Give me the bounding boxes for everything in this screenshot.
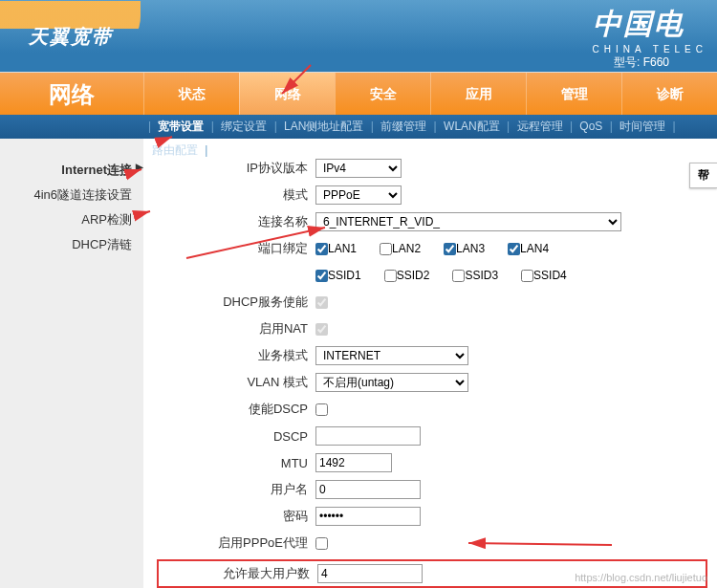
subtab-time[interactable]: 时间管理 (616, 115, 669, 139)
select-ip-version[interactable]: IPv4 (315, 159, 402, 178)
sub-tabs: | 宽带设置 | 绑定设置 | LAN侧地址配置 | 前缀管理 | WLAN配置… (0, 115, 717, 139)
input-pass[interactable] (315, 507, 421, 526)
label-dscp: DSCP (163, 429, 315, 444)
tab-diag[interactable]: 诊断 (621, 73, 717, 115)
subtab-prefix[interactable]: 前缀管理 (377, 115, 430, 139)
subtab-qos[interactable]: QoS (576, 115, 606, 139)
cb-dhcp-enable (315, 296, 328, 309)
carrier-logo: 中国电 CHINA TELEC (593, 5, 707, 53)
tab-status[interactable]: 状态 (143, 73, 239, 115)
label-max-users: 允许最大用户数 (164, 565, 317, 582)
sidebar-4in6[interactable]: 4in6隧道连接设置 (0, 183, 143, 207)
input-dscp[interactable] (315, 426, 421, 446)
label-vlan-mode: VLAN 模式 (163, 374, 315, 391)
tab-manage[interactable]: 管理 (526, 73, 621, 115)
cb-ssid3[interactable]: SSID3 (452, 269, 498, 282)
model-row: 型号: F660 (0, 53, 717, 72)
cb-ssid1[interactable]: SSID1 (315, 269, 361, 282)
label-ip-version: IP协议版本 (163, 160, 315, 177)
cb-lan4[interactable]: LAN4 (508, 242, 549, 255)
brand-title: 天翼宽带 (29, 24, 113, 50)
label-port-bind: 端口绑定 (163, 240, 315, 257)
input-user[interactable] (315, 480, 421, 499)
cb-ssid2[interactable]: SSID2 (384, 269, 430, 282)
tab-security[interactable]: 安全 (335, 73, 430, 115)
cb-lan1[interactable]: LAN1 (315, 242, 357, 255)
label-svc-mode: 业务模式 (163, 347, 315, 364)
sidebar: Internet连接 4in6隧道连接设置 ARP检测 DHCP清链 (0, 139, 143, 588)
content: 帮 IP协议版本 IPv4 模式 PPPoE 连接名称 6_INTERNET_R… (143, 139, 717, 588)
subtab-lan[interactable]: LAN侧地址配置 (280, 115, 367, 139)
subtab-binding[interactable]: 绑定设置 (217, 115, 271, 139)
subtab-remote[interactable]: 远程管理 (513, 115, 567, 139)
cb-lan3[interactable]: LAN3 (444, 242, 485, 255)
carrier-cn: 中国电 (593, 8, 684, 39)
model-label: 型号: (614, 55, 640, 69)
sidebar-dhcp-clear[interactable]: DHCP清链 (0, 232, 143, 257)
body: Internet连接 4in6隧道连接设置 ARP检测 DHCP清链 帮 IP协… (0, 139, 717, 588)
subtab-broadband[interactable]: 宽带设置 (154, 115, 207, 139)
label-user: 用户名 (163, 481, 315, 498)
watermark: https://blog.csdn.net/liujietuo (575, 572, 707, 583)
input-mtu[interactable] (315, 453, 392, 472)
select-conn-name[interactable]: 6_INTERNET_R_VID_ (315, 212, 621, 231)
select-svc-mode[interactable]: INTERNET (315, 346, 468, 365)
label-dhcp-enable: DHCP服务使能 (163, 294, 315, 311)
tab-network[interactable]: 网络 (239, 73, 335, 115)
sidebar-arp[interactable]: ARP检测 (0, 207, 143, 232)
cb-pppoe-proxy[interactable] (315, 537, 328, 550)
label-pass: 密码 (163, 508, 315, 525)
subtab-wlan[interactable]: WLAN配置 (440, 115, 504, 139)
header: 天翼宽带 中国电 CHINA TELEC (0, 0, 717, 53)
help-tab[interactable]: 帮 (689, 163, 717, 188)
carrier-en: CHINA TELEC (593, 44, 707, 53)
label-mode: 模式 (163, 186, 315, 204)
cb-nat (315, 323, 328, 336)
section-title: 网络 (0, 73, 143, 115)
label-nat: 启用NAT (163, 320, 315, 338)
cb-enable-dscp[interactable] (315, 403, 328, 416)
input-max-users[interactable] (317, 564, 423, 583)
select-vlan-mode[interactable]: 不启用(untag) (315, 373, 468, 392)
model-value: F660 (643, 55, 669, 69)
label-enable-dscp: 使能DSCP (163, 401, 315, 418)
sidebar-internet-conn[interactable]: Internet连接 (0, 158, 143, 183)
label-pppoe-proxy: 启用PPPoE代理 (163, 534, 315, 552)
main-tabs: 网络 状态 网络 安全 应用 管理 诊断 (0, 72, 717, 115)
tab-app[interactable]: 应用 (430, 73, 526, 115)
label-conn-name: 连接名称 (163, 213, 315, 230)
label-mtu: MTU (163, 456, 315, 470)
cb-lan2[interactable]: LAN2 (380, 242, 421, 255)
select-mode[interactable]: PPPoE (315, 185, 402, 205)
cb-ssid4[interactable]: SSID4 (521, 269, 567, 282)
